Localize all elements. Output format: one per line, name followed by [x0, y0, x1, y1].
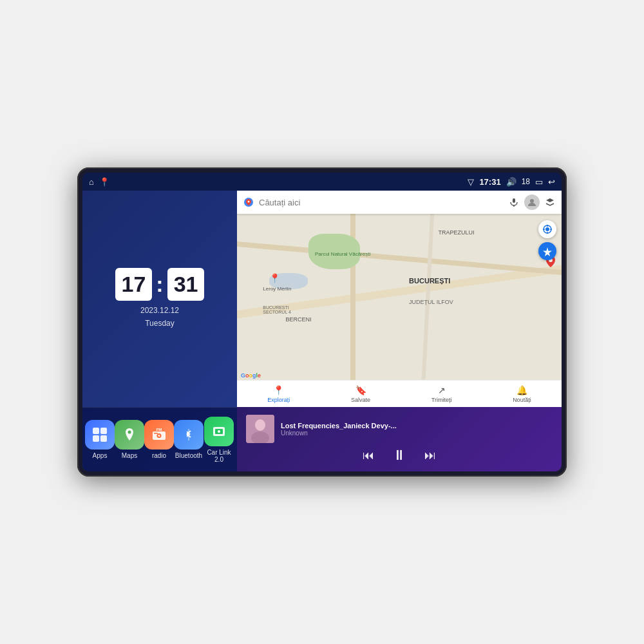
clock-date: 2023.12.12 Tuesday — [140, 305, 179, 329]
share-icon: ↗ — [438, 385, 446, 395]
status-time: 17:31 — [479, 177, 500, 187]
svg-rect-1 — [100, 428, 107, 434]
bluetooth-label: Bluetooth — [175, 452, 202, 459]
music-controls: ⏮ ⏸ ⏭ — [246, 447, 553, 464]
share-label: Trimiteți — [431, 397, 452, 403]
clock-minutes: 31 — [174, 272, 198, 296]
clock-display: 17 : 31 — [115, 268, 205, 301]
news-label: Noutăți — [513, 397, 531, 403]
svg-point-7 — [158, 435, 160, 437]
volume-level: 18 — [522, 177, 530, 186]
search-input[interactable]: Căutați aici — [259, 198, 504, 207]
music-player: Lost Frequencies_Janieck Devy-... Unknow… — [237, 407, 562, 471]
back-icon[interactable]: ↩ — [548, 177, 555, 187]
home-icon[interactable]: ⌂ — [89, 177, 94, 187]
map-label-berceni: BERCENI — [286, 316, 312, 323]
map-label-sector4: BUCUREȘTISECTORUL 4 — [263, 305, 291, 314]
explore-label: Explorați — [267, 397, 290, 403]
left-panel: 17 : 31 2023.12.12 Tuesday — [82, 191, 237, 471]
right-panel: BUCUREȘTI JUDEȚUL ILFOV TRAPEZULUI BERCE… — [237, 191, 562, 471]
svg-point-4 — [128, 431, 131, 434]
prev-button[interactable]: ⏮ — [363, 449, 374, 462]
carlink-icon — [204, 417, 234, 446]
map-widget[interactable]: BUCUREȘTI JUDEȚUL ILFOV TRAPEZULUI BERCE… — [237, 191, 562, 407]
clock-hours: 17 — [122, 272, 146, 296]
carlink-label: Car Link 2.0 — [204, 449, 234, 463]
music-title: Lost Frequencies_Janieck Devy-... — [281, 422, 553, 430]
maps-status-icon[interactable]: 📍 — [99, 177, 109, 187]
maps-icon — [115, 420, 144, 450]
svg-point-19 — [545, 227, 549, 231]
map-nav-bar: 📍 Explorați 🔖 Salvate ↗ Trimiteți 🔔 — [237, 380, 562, 407]
screen: ⌂ 📍 ▽ 17:31 🔊 18 ▭ ↩ 17 — [82, 173, 562, 471]
car-head-unit: ⌂ 📍 ▽ 17:31 🔊 18 ▭ ↩ 17 — [77, 167, 567, 477]
google-logo: Google — [241, 372, 261, 379]
next-button[interactable]: ⏭ — [424, 449, 436, 462]
map-pin: 📍 — [269, 273, 280, 283]
map-area: BUCUREȘTI JUDEȚUL ILFOV TRAPEZULUI BERCE… — [237, 191, 562, 407]
mic-icon[interactable] — [509, 197, 519, 207]
map-nav-saved[interactable]: 🔖 Salvate — [351, 385, 370, 403]
map-search-bar[interactable]: Căutați aici — [237, 191, 562, 214]
svg-point-27 — [255, 419, 265, 431]
music-info: Lost Frequencies_Janieck Devy-... Unknow… — [281, 422, 553, 437]
layers-icon[interactable] — [545, 197, 555, 207]
battery-icon: ▭ — [535, 177, 543, 187]
album-art — [246, 415, 274, 443]
music-top: Lost Frequencies_Janieck Devy-... Unknow… — [246, 415, 553, 443]
map-label-bucharest: BUCUREȘTI — [409, 277, 450, 285]
status-left: ⌂ 📍 — [89, 177, 109, 187]
user-avatar[interactable] — [524, 194, 540, 210]
svg-point-13 — [218, 430, 220, 433]
map-nav-news[interactable]: 🔔 Noutăți — [513, 385, 531, 403]
clock-colon: : — [156, 272, 163, 297]
clock-hours-card: 17 — [115, 268, 153, 301]
map-label-leroy: Leroy Merlin — [263, 286, 291, 292]
explore-icon: 📍 — [273, 385, 284, 395]
svg-text:FM: FM — [156, 428, 162, 431]
map-label-ilfov: JUDEȚUL ILFOV — [409, 299, 453, 305]
status-right: ▽ 17:31 🔊 18 ▭ ↩ — [468, 177, 555, 187]
clock-day: Tuesday — [140, 317, 179, 330]
map-label-park: Parcul Natural Văcărești — [315, 251, 366, 257]
svg-rect-8 — [154, 433, 158, 434]
music-artist: Unknown — [281, 430, 553, 437]
svg-rect-3 — [100, 435, 107, 442]
main-content: 17 : 31 2023.12.12 Tuesday — [82, 191, 562, 471]
app-item-bluetooth[interactable]: Bluetooth — [174, 420, 204, 459]
status-bar: ⌂ 📍 ▽ 17:31 🔊 18 ▭ ↩ — [82, 173, 562, 191]
svg-point-15 — [248, 201, 250, 203]
map-controls — [538, 220, 556, 260]
news-icon: 🔔 — [516, 385, 527, 395]
svg-point-18 — [530, 199, 534, 203]
radio-label: radio — [152, 452, 166, 459]
svg-rect-0 — [93, 428, 99, 434]
search-placeholder: Căutați aici — [259, 198, 300, 207]
saved-label: Salvate — [351, 397, 370, 403]
app-item-radio[interactable]: FM radio — [144, 420, 174, 459]
svg-rect-2 — [93, 435, 99, 442]
app-item-carlink[interactable]: Car Link 2.0 — [204, 417, 234, 463]
signal-icon: ▽ — [468, 177, 474, 187]
volume-icon: 🔊 — [506, 177, 516, 187]
saved-icon: 🔖 — [355, 385, 366, 395]
app-item-maps[interactable]: Maps — [115, 420, 144, 459]
apps-bar: Apps Maps — [82, 407, 237, 471]
map-nav-share[interactable]: ↗ Trimiteți — [431, 385, 452, 403]
app-item-apps[interactable]: Apps — [85, 420, 115, 459]
play-pause-button[interactable]: ⏸ — [392, 447, 406, 464]
apps-label: Apps — [93, 452, 108, 459]
maps-label: Maps — [122, 452, 137, 459]
clock-date-value: 2023.12.12 — [140, 305, 179, 317]
radio-icon: FM — [144, 420, 174, 450]
album-face — [246, 415, 274, 443]
svg-rect-16 — [513, 198, 515, 203]
bluetooth-icon — [174, 420, 204, 450]
maps-logo-icon — [243, 197, 254, 207]
clock-widget: 17 : 31 2023.12.12 Tuesday — [82, 191, 237, 407]
map-label-trapezului: TRAPEZULUI — [438, 229, 474, 236]
navigate-button[interactable] — [538, 242, 556, 260]
clock-minutes-card: 31 — [167, 268, 205, 301]
location-button[interactable] — [538, 220, 556, 238]
map-nav-explore[interactable]: 📍 Explorați — [267, 385, 290, 403]
